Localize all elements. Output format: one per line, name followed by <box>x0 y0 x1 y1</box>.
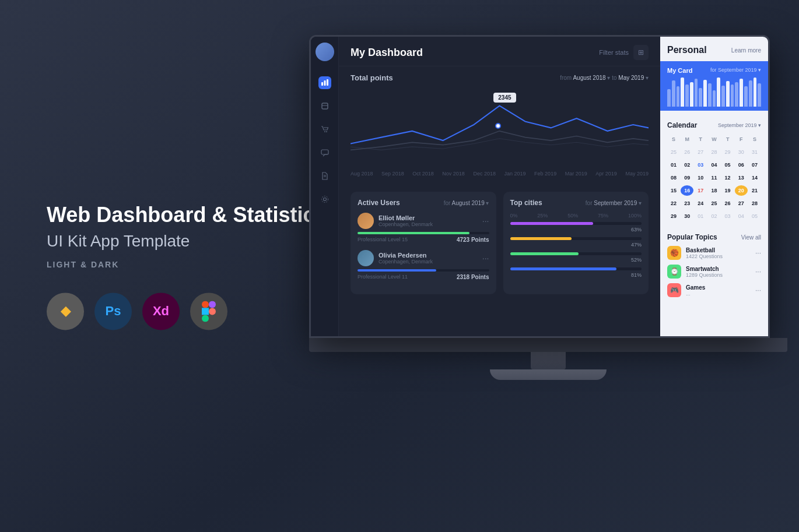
cal-day[interactable]: 13 <box>735 172 748 183</box>
learn-more-link[interactable]: Learn more <box>731 47 761 54</box>
cal-day[interactable]: 07 <box>748 160 761 170</box>
cal-day[interactable]: 05 <box>748 211 761 221</box>
cal-day[interactable]: 28 <box>707 147 720 157</box>
card-bar <box>744 86 748 107</box>
cal-day[interactable]: 10 <box>694 172 707 183</box>
cal-day[interactable]: 11 <box>707 172 720 183</box>
svg-point-15 <box>323 198 326 201</box>
cal-day[interactable]: 26 <box>681 147 693 157</box>
topic-row-smartwatch: ⌚ Smartwatch 1289 Questions ··· <box>667 265 761 279</box>
user-menu-2[interactable]: ··· <box>482 253 489 263</box>
bottom-panels: Active Users for August 2019 ▾ Elliot Mø… <box>339 186 660 300</box>
cal-day[interactable]: 04 <box>707 160 720 170</box>
cal-day[interactable]: 23 <box>681 198 693 209</box>
progress-bg-2 <box>358 269 489 272</box>
cal-day[interactable]: 06 <box>735 160 748 170</box>
x-label-7: Mar 2019 <box>565 171 587 177</box>
tool-icons-row: ◆ Ps Xd <box>47 293 326 330</box>
cal-day[interactable]: 15 <box>667 185 680 196</box>
topic-info-basketball: Basketball 1422 Questions <box>686 247 755 259</box>
cal-week-5: 29 30 01 02 03 04 05 <box>667 211 761 221</box>
city-row-0: 63% <box>510 222 642 232</box>
cal-day[interactable]: 31 <box>748 147 761 157</box>
photoshop-icon[interactable]: Ps <box>94 293 132 330</box>
city-percent-3: 81% <box>510 272 642 278</box>
card-bar <box>713 90 716 107</box>
theme-label: LIGHT & DARK <box>47 260 326 269</box>
city-row-1: 47% <box>510 237 642 248</box>
cal-day[interactable]: 08 <box>667 172 680 183</box>
user-details-2: Olivia Pedersen Copenhagen, Denmark <box>379 252 433 265</box>
cal-day[interactable]: 22 <box>667 198 680 209</box>
cal-day[interactable]: 26 <box>721 198 734 209</box>
figma-icon[interactable] <box>190 293 227 330</box>
sidebar-item-chart[interactable] <box>318 76 331 89</box>
monitor-stand-neck <box>531 352 566 369</box>
cal-day[interactable]: 04 <box>735 211 748 221</box>
user-level-2: Professional Level 11 <box>358 274 408 280</box>
user-location-2: Copenhagen, Denmark <box>379 259 433 265</box>
cal-day[interactable]: 30 <box>681 211 693 221</box>
topic-menu-games[interactable]: ··· <box>755 286 761 294</box>
cal-day[interactable]: 03 <box>721 211 734 221</box>
cal-day[interactable]: 12 <box>721 172 734 183</box>
cal-highlighted[interactable]: 20 <box>735 185 748 196</box>
svg-rect-1 <box>209 301 216 308</box>
svg-point-4 <box>209 308 216 315</box>
chart-title: Total points <box>351 73 393 82</box>
topic-menu-basketball[interactable]: ··· <box>755 249 761 257</box>
x-label-5: Jan 2019 <box>504 171 526 177</box>
svg-rect-7 <box>327 79 328 86</box>
user-avatar-2 <box>358 250 374 266</box>
cal-day[interactable]: 18 <box>707 185 720 196</box>
city-percent-1: 47% <box>510 242 642 248</box>
cal-day[interactable]: 30 <box>735 147 748 157</box>
card-bar <box>726 81 730 107</box>
cal-day[interactable]: 29 <box>721 147 734 157</box>
cal-header-w: W <box>707 134 720 145</box>
city-bar-bg-2 <box>510 252 642 255</box>
svg-rect-12 <box>321 150 328 154</box>
user-level-1: Professional Level 15 <box>358 237 408 243</box>
cal-day[interactable]: 02 <box>707 211 720 221</box>
cal-day[interactable]: 25 <box>707 198 720 209</box>
cal-day[interactable]: 03 <box>694 160 707 170</box>
cal-day[interactable]: 27 <box>694 147 707 157</box>
cal-day[interactable]: 29 <box>667 211 680 221</box>
sidebar-item-messages[interactable] <box>318 146 331 159</box>
cal-day[interactable]: 05 <box>721 160 734 170</box>
popular-topics-section: Popular Topics View all 🏀 Basketball 142… <box>660 228 768 306</box>
filter-button[interactable]: ⊞ <box>633 45 649 60</box>
cal-day[interactable]: 27 <box>735 198 748 209</box>
cal-day[interactable]: 24 <box>694 198 707 209</box>
page-title: My Dashboard <box>351 47 423 59</box>
sidebar-item-settings[interactable] <box>318 193 331 206</box>
cal-day[interactable]: 25 <box>667 147 680 157</box>
topic-menu-smartwatch[interactable]: ··· <box>755 267 761 276</box>
xd-icon[interactable]: Xd <box>142 293 180 330</box>
sidebar-item-cart[interactable] <box>318 123 331 136</box>
sidebar-item-files[interactable] <box>318 170 331 182</box>
calendar-month-select[interactable]: September 2019 ▾ <box>718 122 761 128</box>
sidebar <box>311 37 339 336</box>
avatar[interactable] <box>316 43 334 61</box>
topic-name-smartwatch: Smartwatch <box>686 266 755 272</box>
view-all-link[interactable]: View all <box>741 234 761 241</box>
cal-today[interactable]: 16 <box>681 185 693 196</box>
cal-header-t2: T <box>721 134 734 145</box>
cal-day[interactable]: 21 <box>748 185 761 196</box>
cal-day[interactable]: 28 <box>748 198 761 209</box>
cal-day[interactable]: 17 <box>694 185 707 196</box>
topic-icon-smartwatch: ⌚ <box>667 265 681 279</box>
cal-day[interactable]: 14 <box>748 172 761 183</box>
cal-day[interactable]: 19 <box>721 185 734 196</box>
cal-day[interactable]: 01 <box>667 160 680 170</box>
calendar-title: Calendar <box>667 121 697 129</box>
cal-day[interactable]: 09 <box>681 172 693 183</box>
cal-day[interactable]: 02 <box>681 160 693 170</box>
card-bar <box>690 82 693 107</box>
sketch-icon[interactable]: ◆ <box>47 293 84 330</box>
sidebar-item-design[interactable] <box>318 100 331 112</box>
user-menu-1[interactable]: ··· <box>482 216 489 226</box>
cal-day[interactable]: 01 <box>694 211 707 221</box>
